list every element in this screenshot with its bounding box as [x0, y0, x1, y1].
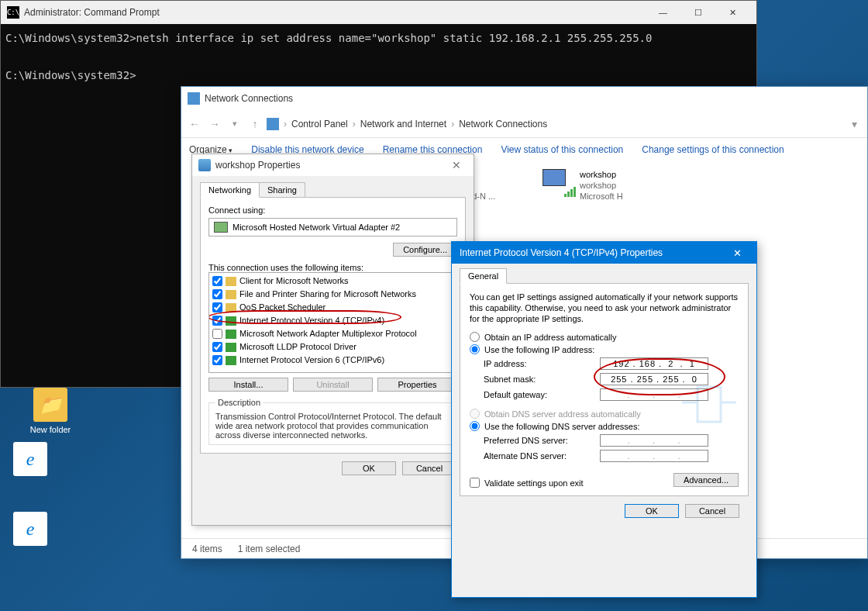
- folder-icon: 📁: [33, 388, 67, 422]
- desktop-ie-icon-2[interactable]: e: [3, 512, 57, 549]
- props-titlebar[interactable]: workshop Properties ✕: [192, 154, 474, 176]
- refresh-button[interactable]: ▾: [846, 116, 863, 133]
- cmd-icon: C:\: [7, 6, 19, 19]
- item-checkbox[interactable]: [212, 329, 222, 339]
- cmd-title: Administrator: Command Prompt: [24, 7, 646, 18]
- mask-label: Subnet mask:: [484, 375, 600, 384]
- desktop-folder[interactable]: 📁 New folder: [23, 388, 78, 434]
- list-item[interactable]: File and Printer Sharing for Microsoft N…: [211, 288, 455, 301]
- change-settings-link[interactable]: Change settings of this connection: [642, 144, 784, 155]
- bc-item[interactable]: Network and Internet: [360, 119, 446, 129]
- adapter-name: Microsoft Hosted Network Virtual Adapter…: [232, 223, 400, 232]
- watermark: [678, 379, 740, 426]
- adapter-display: Microsoft Hosted Network Virtual Adapter…: [208, 218, 457, 236]
- back-button[interactable]: ←: [186, 116, 203, 133]
- nc-icon: [188, 92, 200, 105]
- conn-name: workshop: [580, 169, 623, 180]
- radio-label: Obtain an IP address automatically: [484, 333, 616, 342]
- view-status-link[interactable]: View status of this connection: [501, 144, 623, 155]
- ok-button[interactable]: OK: [625, 504, 679, 518]
- list-item[interactable]: Microsoft Network Adapter Multiplexor Pr…: [211, 327, 455, 340]
- radio-auto-ip[interactable]: [470, 332, 480, 342]
- ip-label: IP address:: [484, 359, 600, 368]
- alternate-dns-input[interactable]: [600, 450, 708, 462]
- item-checkbox[interactable]: [212, 289, 222, 299]
- connection-icon: [542, 169, 574, 194]
- props-title: workshop Properties: [215, 160, 446, 171]
- description-text: Transmission Control Protocol/Internet P…: [215, 412, 442, 440]
- configure-button[interactable]: Configure...: [393, 243, 457, 257]
- conn-status: workshop: [580, 180, 623, 191]
- desktop-folder-label: New folder: [23, 425, 78, 434]
- item-checkbox[interactable]: [212, 342, 222, 352]
- close-button[interactable]: ✕: [446, 159, 467, 171]
- maximize-button[interactable]: ☐: [680, 2, 715, 24]
- bc-icon: [267, 118, 279, 130]
- radio-label: Use the following DNS server addresses:: [484, 422, 640, 431]
- breadcrumb[interactable]: › Control Panel › Network and Internet ›…: [267, 118, 547, 130]
- component-icon: [226, 330, 236, 339]
- install-button[interactable]: Install...: [208, 378, 288, 392]
- nic-icon: [214, 222, 228, 233]
- status-selected-count: 1 item selected: [238, 544, 301, 554]
- item-checkbox[interactable]: [212, 355, 222, 365]
- item-checkbox[interactable]: [212, 316, 222, 326]
- bc-item[interactable]: Control Panel: [291, 119, 348, 129]
- minimize-button[interactable]: —: [646, 2, 680, 24]
- status-item-count: 4 items: [192, 544, 222, 554]
- up-button[interactable]: ↑: [246, 116, 264, 133]
- ok-button[interactable]: OK: [342, 461, 396, 475]
- radio-label: Use the following IP address:: [484, 345, 594, 354]
- tab-sharing[interactable]: Sharing: [259, 182, 305, 197]
- close-button[interactable]: ✕: [725, 247, 749, 259]
- props-icon: [198, 159, 211, 171]
- description-title: Description: [215, 398, 263, 407]
- cancel-button[interactable]: Cancel: [402, 461, 456, 475]
- forward-button[interactable]: →: [206, 116, 223, 133]
- dns1-label: Preferred DNS server:: [484, 436, 600, 445]
- radio-static-dns[interactable]: [470, 421, 480, 431]
- validate-checkbox[interactable]: [470, 478, 480, 488]
- ip-address-input[interactable]: [600, 357, 708, 370]
- advanced-button[interactable]: Advanced...: [673, 473, 739, 487]
- items-label: This connection uses the following items…: [208, 263, 457, 272]
- tab-general[interactable]: General: [460, 268, 507, 284]
- component-icon: [226, 290, 236, 299]
- workshop-properties-dialog: workshop Properties ✕ Networking Sharing…: [191, 154, 474, 526]
- nc-title: Network Connections: [205, 93, 861, 104]
- bc-item[interactable]: Network Connections: [459, 119, 547, 129]
- history-dropdown[interactable]: ▾: [226, 116, 243, 133]
- radio-label: Obtain DNS server address automatically: [484, 409, 641, 419]
- list-item[interactable]: QoS Packet Scheduler: [211, 301, 455, 314]
- item-checkbox[interactable]: [212, 276, 222, 286]
- tab-networking[interactable]: Networking: [200, 182, 260, 198]
- component-icon: [226, 316, 236, 326]
- nc-titlebar[interactable]: Network Connections: [181, 87, 867, 110]
- items-list[interactable]: Client for Microsoft Networks File and P…: [208, 272, 457, 373]
- radio-static-ip[interactable]: [470, 344, 480, 354]
- component-icon: [226, 277, 236, 286]
- props-tabs: Networking Sharing: [200, 182, 466, 198]
- list-item-ipv4[interactable]: Internet Protocol Version 4 (TCP/IPv4): [211, 314, 455, 327]
- radio-auto-dns: [470, 409, 480, 419]
- list-item[interactable]: Client for Microsoft Networks: [211, 274, 455, 288]
- close-button[interactable]: ✕: [715, 2, 750, 24]
- connect-using-label: Connect using:: [208, 205, 457, 215]
- ipv4-titlebar[interactable]: Internet Protocol Version 4 (TCP/IPv4) P…: [452, 242, 756, 264]
- component-icon: [226, 356, 236, 365]
- desktop-ie-icon-1[interactable]: e: [3, 442, 57, 479]
- dns2-label: Alternate DNS server:: [484, 451, 600, 461]
- validate-label: Validate settings upon exit: [484, 478, 584, 488]
- preferred-dns-input[interactable]: [600, 434, 708, 447]
- list-item[interactable]: Internet Protocol Version 6 (TCP/IPv6): [211, 354, 455, 367]
- properties-button[interactable]: Properties: [377, 378, 457, 392]
- cancel-button[interactable]: Cancel: [685, 504, 739, 518]
- list-item[interactable]: Microsoft LLDP Protocol Driver: [211, 340, 455, 354]
- cmd-line-2: C:\Windows\system32>: [5, 69, 136, 81]
- item-checkbox[interactable]: [212, 302, 222, 312]
- connection-item-selected[interactable]: workshop workshop Microsoft H: [542, 169, 636, 202]
- ipv4-properties-dialog: Internet Protocol Version 4 (TCP/IPv4) P…: [451, 241, 757, 598]
- cmd-titlebar[interactable]: C:\ Administrator: Command Prompt — ☐ ✕: [1, 1, 756, 24]
- validate-checkbox-row[interactable]: Validate settings upon exit: [470, 478, 584, 488]
- nc-nav-bar: ← → ▾ ↑ › Control Panel › Network and In…: [181, 110, 867, 138]
